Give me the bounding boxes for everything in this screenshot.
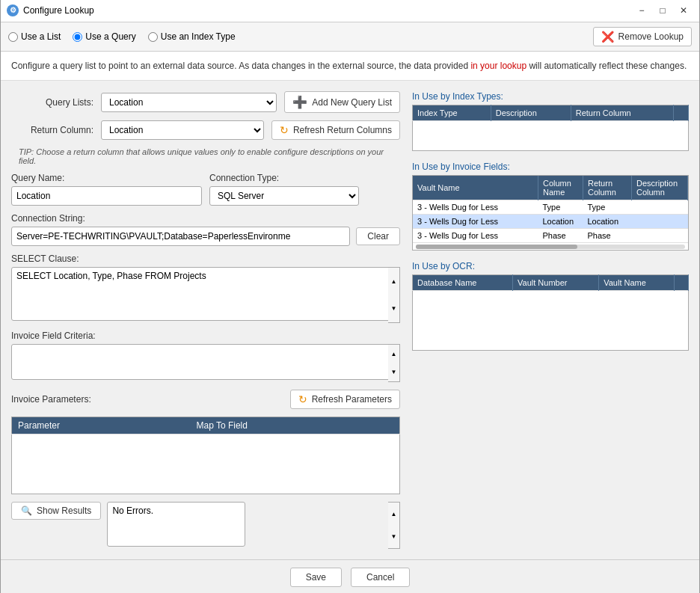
refresh-return-columns-button[interactable]: ↻ Refresh Return Columns [271, 120, 400, 140]
scroll-up-button[interactable]: ▲ [388, 268, 399, 295]
connection-string-label: Connection String: [11, 213, 400, 224]
connection-string-input[interactable] [11, 227, 350, 246]
refresh-icon: ↻ [280, 124, 289, 136]
search-icon: 🔍 [21, 506, 32, 516]
toolbar: Use a List Use a Query Use an Index Type… [1, 22, 699, 52]
radio-use-index[interactable]: Use an Index Type [148, 31, 236, 42]
ocr-title: In Use by OCR: [412, 261, 689, 271]
connection-type-select[interactable]: SQL Server [209, 186, 359, 206]
desc-2 [632, 229, 688, 243]
refresh-parameters-label: Refresh Parameters [312, 394, 392, 405]
add-new-query-list-button[interactable]: ➕ Add New Query List [284, 91, 400, 113]
connection-string-group: Connection String: Clear [11, 213, 400, 246]
plus-circle-icon: ➕ [292, 95, 307, 109]
radio-use-query[interactable]: Use a Query [73, 31, 135, 42]
index-types-section: In Use by Index Types: Index Type Descri… [412, 91, 689, 151]
invoice-fields-table-wrapper: Vault Name Column Name Return Column Des… [412, 175, 689, 251]
return-1: Location [583, 215, 632, 229]
remove-lookup-label: Remove Lookup [618, 31, 684, 42]
invoice-row-1[interactable]: 3 - Wells Dug for Less Location Location [413, 215, 688, 229]
main-content: Query Lists: Location ➕ Add New Query Li… [1, 81, 699, 559]
query-lists-label: Query Lists: [11, 97, 93, 108]
select-clause-label: SELECT Clause: [11, 254, 400, 264]
radio-use-list-label: Use a List [21, 31, 61, 42]
errors-scroll-up[interactable]: ▲ [388, 503, 399, 526]
return-column-select[interactable]: Location [101, 120, 264, 140]
invoice-criteria-group: Invoice Field Criteria: ▲ ▼ [11, 331, 400, 382]
select-clause-textarea[interactable]: SELECT Location, Type, Phase FROM Projec… [11, 267, 400, 321]
errors-row: 🔍 Show Results No Errors. ▲ ▼ [11, 502, 400, 549]
vault-0: 3 - Wells Dug for Less [413, 200, 538, 215]
cancel-button[interactable]: Cancel [351, 568, 410, 587]
remove-lookup-button[interactable]: ❌ Remove Lookup [593, 27, 692, 46]
invoice-fields-table: Vault Name Column Name Return Column Des… [413, 176, 688, 242]
scroll-down-button[interactable]: ▼ [388, 295, 399, 323]
extra-col [673, 105, 688, 121]
show-results-button[interactable]: 🔍 Show Results [11, 502, 101, 520]
invoice-row-0[interactable]: 3 - Wells Dug for Less Type Type [413, 200, 688, 215]
title-bar-controls: − □ ✕ [632, 3, 693, 18]
invoice-criteria-textarea[interactable] [11, 344, 400, 380]
connection-string-row: Clear [11, 227, 400, 246]
window-title: Configure Lookup [23, 5, 94, 16]
params-empty-row [12, 434, 400, 494]
index-type-col: Index Type [413, 105, 491, 121]
params-header: Invoice Parameters: ↻ Refresh Parameters [11, 390, 400, 409]
column-1: Location [538, 215, 583, 229]
column-0: Type [538, 200, 583, 215]
query-lists-select[interactable]: Location [101, 93, 277, 112]
query-name-group: Query Name: [11, 173, 202, 206]
column-name-col: Column Name [538, 176, 583, 200]
clear-button[interactable]: Clear [356, 227, 400, 245]
desc-0 [632, 200, 688, 215]
return-column-col: Return Column [571, 105, 673, 121]
invoice-parameters-label: Invoice Parameters: [11, 394, 91, 405]
params-col-map-to-field: Map To Field [190, 417, 399, 434]
return-column-row: Return Column: Location ↻ Refresh Return… [11, 120, 400, 140]
query-lists-row: Query Lists: Location ➕ Add New Query Li… [11, 91, 400, 113]
refresh-parameters-button[interactable]: ↻ Refresh Parameters [290, 390, 400, 409]
minimize-button[interactable]: − [632, 3, 651, 18]
invoice-fields-section: In Use by Invoice Fields: Vault Name Col… [412, 162, 689, 251]
column-2: Phase [538, 229, 583, 243]
errors-textarea[interactable]: No Errors. [107, 502, 245, 547]
maximize-button[interactable]: □ [653, 3, 672, 18]
remove-icon: ❌ [601, 31, 614, 43]
ocr-extra-col [675, 275, 689, 291]
save-button[interactable]: Save [290, 568, 342, 587]
radio-use-list[interactable]: Use a List [8, 31, 61, 42]
invoice-scroll-track [416, 245, 685, 249]
radio-use-query-label: Use a Query [85, 31, 135, 42]
invoice-scroll-thumb[interactable] [416, 245, 577, 249]
invoice-criteria-label: Invoice Field Criteria: [11, 331, 400, 341]
select-clause-wrapper: SELECT Location, Type, Phase FROM Projec… [11, 267, 400, 323]
right-panel: In Use by Index Types: Index Type Descri… [412, 91, 689, 549]
criteria-scroll-down[interactable]: ▼ [388, 363, 399, 382]
ocr-table: Database Name Vault Number Vault Name [412, 274, 689, 351]
close-button[interactable]: ✕ [674, 3, 693, 18]
query-name-input[interactable] [11, 186, 202, 206]
refresh-params-icon: ↻ [298, 393, 307, 405]
errors-wrapper: No Errors. ▲ ▼ [107, 502, 400, 549]
query-name-label: Query Name: [11, 173, 202, 183]
index-types-empty [413, 121, 689, 151]
description-col: Description [491, 105, 571, 121]
criteria-scrollbar: ▲ ▼ [388, 344, 400, 382]
index-types-table: Index Type Description Return Column [412, 105, 689, 151]
errors-scroll-down[interactable]: ▼ [388, 526, 399, 549]
vault-1: 3 - Wells Dug for Less [413, 215, 538, 229]
tip-text: TIP: Choose a return column that allows … [11, 147, 400, 165]
params-table: Parameter Map To Field [11, 417, 400, 494]
params-table-body [12, 434, 400, 494]
select-clause-scrollbar: ▲ ▼ [388, 267, 400, 323]
app-icon: ⚙ [7, 4, 19, 16]
return-0: Type [583, 200, 632, 215]
vault-name-col: Vault Name [599, 275, 675, 291]
left-panel: Query Lists: Location ➕ Add New Query Li… [11, 91, 400, 549]
refresh-return-columns-label: Refresh Return Columns [293, 125, 392, 135]
vault-2: 3 - Wells Dug for Less [413, 229, 538, 243]
radio-use-index-label: Use an Index Type [161, 31, 236, 42]
desc-col: Description Column [632, 176, 688, 200]
invoice-row-2[interactable]: 3 - Wells Dug for Less Phase Phase [413, 229, 688, 243]
criteria-scroll-up[interactable]: ▲ [388, 345, 399, 363]
